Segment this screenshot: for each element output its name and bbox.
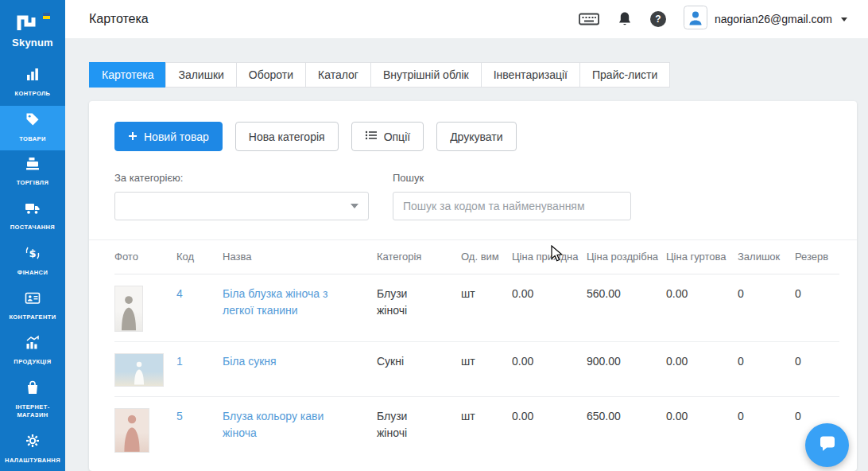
account-menu[interactable]: nagorian26@gmail.com xyxy=(684,6,847,33)
table-row: 1 Біла сукня Сукні шт 0.00 900.00 0.00 0… xyxy=(114,341,839,396)
cash-register-icon xyxy=(25,157,41,174)
sidebar-item-trade[interactable]: ТОРГІВЛЯ xyxy=(0,150,65,195)
product-code-link[interactable]: 5 xyxy=(176,410,183,422)
tab-vnutrishniy-oblik[interactable]: Внутрішній облік xyxy=(370,62,482,88)
account-email: nagorian26@gmail.com xyxy=(715,13,832,25)
product-photo[interactable] xyxy=(114,353,164,387)
tab-oboroty[interactable]: Обороти xyxy=(236,62,306,88)
skynum-logo-icon xyxy=(14,12,51,34)
price-incoming: 0.00 xyxy=(512,341,587,396)
tab-prais-lysty[interactable]: Прайс-листи xyxy=(579,62,670,88)
topbar: Картотека ? nagorian26@gmail.com xyxy=(65,0,868,38)
product-code-link[interactable]: 4 xyxy=(176,287,183,300)
sidebar-item-supply[interactable]: ПОСТАЧАННЯ xyxy=(0,195,65,239)
help-icon[interactable]: ? xyxy=(650,11,666,27)
production-chart-icon xyxy=(25,335,41,353)
sidebar-item-control[interactable]: КОНТРОЛЬ xyxy=(0,61,65,106)
money-icon: $ xyxy=(25,245,41,264)
new-category-label: Нова категорія xyxy=(249,130,325,143)
sidebar-item-label: ПОСТАЧАННЯ xyxy=(10,224,55,232)
price-retail: 650.00 xyxy=(587,396,666,462)
help-question-glyph: ? xyxy=(650,11,666,27)
notifications-bell-icon[interactable] xyxy=(617,10,633,28)
products-card: Новий товар Нова категорія Опції Друкува… xyxy=(89,101,857,471)
print-button[interactable]: Друкувати xyxy=(436,122,516,151)
product-photo[interactable] xyxy=(114,286,143,332)
search-label: Пошук xyxy=(393,172,631,184)
sidebar-item-products[interactable]: ТОВАРИ xyxy=(0,106,65,150)
column-header-reserve: Резерв xyxy=(795,240,839,274)
product-category: Блузи жіночі xyxy=(377,408,432,442)
category-filter-label: За категорією: xyxy=(114,172,369,184)
products-table: Фото Код Назва Категорія Од. вим Ціна пр… xyxy=(114,240,839,462)
sidebar: Skynum КОНТРОЛЬ ТОВАРИ ТОРГІВЛЯ ПОСТАЧАН… xyxy=(0,0,65,471)
search-input[interactable] xyxy=(393,192,631,220)
toolbar: Новий товар Нова категорія Опції Друкува… xyxy=(114,122,831,151)
chat-widget-button[interactable] xyxy=(805,423,849,467)
options-button[interactable]: Опції xyxy=(351,122,424,151)
product-photo[interactable] xyxy=(114,408,149,453)
sidebar-item-label: ФІНАНСИ xyxy=(17,269,48,278)
product-name-link[interactable]: Блуза кольору кави жіноча xyxy=(223,408,370,442)
new-product-button[interactable]: Новий товар xyxy=(114,122,223,151)
column-header-category: Категорія xyxy=(377,240,461,274)
sidebar-item-online-store[interactable]: ІНТЕРНЕТ-МАГАЗИН xyxy=(0,373,65,426)
options-label: Опції xyxy=(384,130,411,143)
price-retail: 560.00 xyxy=(587,274,666,341)
table-header-row: Фото Код Назва Категорія Од. вим Ціна пр… xyxy=(114,240,839,274)
filters-row: За категорією: Пошук xyxy=(114,172,831,220)
category-select[interactable] xyxy=(114,192,369,220)
brand-logo[interactable]: Skynum xyxy=(0,0,65,61)
product-unit: шт xyxy=(461,396,512,462)
table-row: 5 Блуза кольору кави жіноча Блузи жіночі… xyxy=(114,396,839,462)
price-retail: 900.00 xyxy=(587,341,666,396)
product-unit: шт xyxy=(461,341,512,396)
sidebar-item-production[interactable]: ПРОДУКЦІЯ xyxy=(0,329,65,373)
sidebar-item-counterparties[interactable]: КОНТРАГЕНТИ xyxy=(0,284,65,329)
chart-icon xyxy=(25,68,41,85)
column-header-price-retail: Ціна роздрібна xyxy=(587,240,666,274)
tab-kartoteka[interactable]: Картотека xyxy=(89,62,166,88)
price-wholesale: 0.00 xyxy=(666,274,738,341)
stock-value: 0 xyxy=(738,274,795,341)
sidebar-item-settings[interactable]: НАЛАШТУВАННЯ xyxy=(0,426,65,471)
column-header-code: Код xyxy=(176,240,223,274)
chevron-down-icon xyxy=(841,18,847,21)
column-header-price-incoming: Ціна прихідна xyxy=(512,240,587,274)
price-wholesale: 0.00 xyxy=(666,341,738,396)
product-category: Блузи жіночі xyxy=(377,286,432,319)
contacts-card-icon xyxy=(25,291,41,309)
sidebar-item-label: ТОРГІВЛЯ xyxy=(17,179,49,188)
column-header-photo: Фото xyxy=(114,240,176,274)
avatar xyxy=(684,6,707,33)
column-header-price-wholesale: Ціна гуртова xyxy=(666,240,738,274)
options-list-icon xyxy=(365,130,378,143)
sidebar-item-label: КОНТРАГЕНТИ xyxy=(9,313,56,322)
product-unit: шт xyxy=(461,274,512,341)
brand-name: Skynum xyxy=(12,37,53,49)
column-header-unit: Од. вим xyxy=(461,240,512,274)
sidebar-item-label: ІНТЕРНЕТ-МАГАЗИН xyxy=(2,403,63,421)
table-row: 4 Біла блузка жіноча з легкої тканини Бл… xyxy=(114,274,839,341)
stock-value: 0 xyxy=(738,396,795,462)
sidebar-item-label: НАЛАШТУВАННЯ xyxy=(5,457,60,465)
tab-kataloh[interactable]: Каталог xyxy=(305,62,371,88)
plus-icon xyxy=(128,130,138,143)
tabs-bar: Картотека Залишки Обороти Каталог Внутрі… xyxy=(89,62,857,88)
product-name-link[interactable]: Біла блузка жіноча з легкої тканини xyxy=(223,286,370,319)
chevron-down-icon xyxy=(351,204,358,208)
keyboard-icon[interactable] xyxy=(579,11,599,27)
price-incoming: 0.00 xyxy=(512,396,587,462)
stock-value: 0 xyxy=(738,341,795,396)
chat-bubble-icon xyxy=(817,434,838,457)
new-category-button[interactable]: Нова категорія xyxy=(235,122,339,151)
sidebar-item-finance[interactable]: $ ФІНАНСИ xyxy=(0,239,65,284)
new-product-label: Новий товар xyxy=(144,130,209,143)
product-name-link[interactable]: Біла сукня xyxy=(223,353,370,370)
sidebar-item-label: КОНТРОЛЬ xyxy=(15,90,51,99)
tab-zalyshky[interactable]: Залишки xyxy=(165,62,236,88)
tab-inventaryzatsii[interactable]: Інвентаризації xyxy=(481,62,580,88)
column-header-stock: Залишок xyxy=(738,240,795,274)
sidebar-item-label: ПРОДУКЦІЯ xyxy=(14,358,51,367)
product-code-link[interactable]: 1 xyxy=(176,355,183,368)
